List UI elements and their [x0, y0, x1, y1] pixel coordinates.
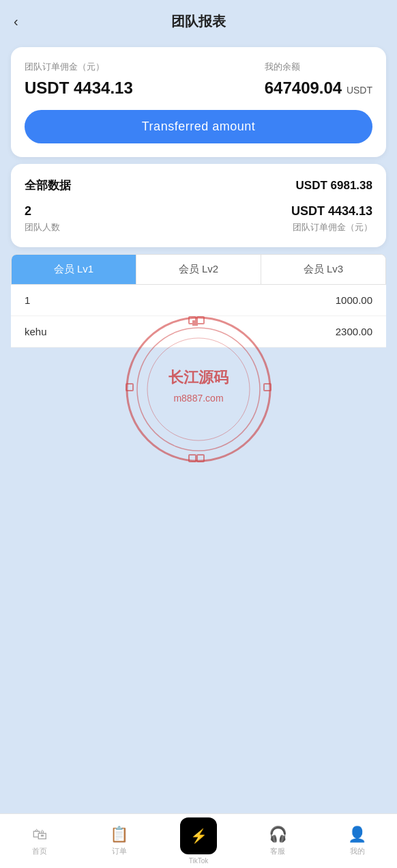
team-commission-col: USDT 4434.13 团队订单佣金（元）: [291, 204, 372, 234]
nav-tiktok-label: TikTok: [189, 857, 209, 865]
data-title: 全部数据: [25, 178, 71, 193]
page-header: ‹ 团队报表: [0, 0, 397, 40]
nav-profile-label: 我的: [350, 846, 365, 856]
bottom-nav: 🛍 首页 📋 订单 ⚡ TikTok 🎧 客服 👤 我的: [0, 813, 397, 868]
nav-tiktok[interactable]: ⚡ TikTok: [159, 817, 238, 865]
nav-home-label: 首页: [32, 846, 47, 856]
table-row: kehu 2300.00: [11, 316, 386, 348]
team-count-col: 2 团队人数: [25, 204, 60, 234]
nav-support-label: 客服: [270, 846, 285, 856]
row2-col1: kehu: [25, 326, 47, 337]
data-total: USDT 6981.38: [296, 179, 372, 193]
table-row: 1 1000.00: [11, 285, 386, 316]
back-button[interactable]: ‹: [14, 14, 18, 29]
nav-home[interactable]: 🛍 首页: [0, 826, 79, 856]
main-content: 团队订单佣金（元） USDT 4434.13 我的余额 647409.04 US…: [0, 40, 397, 868]
page-title: 团队报表: [171, 12, 226, 31]
team-commission-col: 团队订单佣金（元） USDT 4434.13: [25, 61, 133, 98]
nav-support[interactable]: 🎧 客服: [238, 826, 317, 856]
top-card-row: 团队订单佣金（元） USDT 4434.13 我的余额 647409.04 US…: [25, 61, 372, 98]
nav-orders-label: 订单: [112, 846, 127, 856]
data-card: 全部数据 USDT 6981.38 2 团队人数 USDT 4434.13 团队…: [11, 164, 386, 247]
team-count-value: 2: [25, 204, 60, 219]
nav-profile[interactable]: 👤 我的: [318, 826, 397, 856]
transfer-button[interactable]: Transferred amount: [25, 110, 372, 143]
team-count-label: 团队人数: [25, 221, 60, 234]
tab-lv1[interactable]: 会员 Lv1: [12, 255, 136, 284]
tabs-container: 会员 Lv1 会员 Lv2 会员 Lv3: [11, 254, 386, 285]
table-container: 1 1000.00 kehu 2300.00: [11, 285, 386, 348]
balance-value: 647409.04 USDT: [265, 79, 372, 98]
data-header: 全部数据 USDT 6981.38: [25, 178, 372, 193]
balance-label: 我的余额: [265, 61, 372, 73]
team-commission-sublabel: 团队订单佣金（元）: [291, 221, 372, 234]
team-commission-value: USDT 4434.13: [25, 79, 133, 98]
team-commission-num: USDT 4434.13: [291, 204, 372, 219]
row2-col2: 2300.00: [336, 326, 372, 337]
support-icon: 🎧: [269, 826, 287, 843]
nav-orders[interactable]: 📋 订单: [79, 826, 158, 856]
row1-col1: 1: [25, 294, 30, 306]
tab-lv2[interactable]: 会员 Lv2: [136, 255, 261, 284]
profile-icon: 👤: [348, 826, 366, 843]
row1-col2: 1000.00: [336, 294, 372, 306]
balance-col: 我的余额 647409.04 USDT: [265, 61, 372, 98]
orders-icon: 📋: [110, 826, 128, 843]
tab-lv3[interactable]: 会员 Lv3: [261, 255, 385, 284]
tiktok-button[interactable]: ⚡: [180, 817, 217, 854]
home-icon: 🛍: [32, 826, 47, 843]
team-commission-label: 团队订单佣金（元）: [25, 61, 133, 73]
top-card: 团队订单佣金（元） USDT 4434.13 我的余额 647409.04 US…: [11, 47, 386, 157]
data-row: 2 团队人数 USDT 4434.13 团队订单佣金（元）: [25, 204, 372, 234]
